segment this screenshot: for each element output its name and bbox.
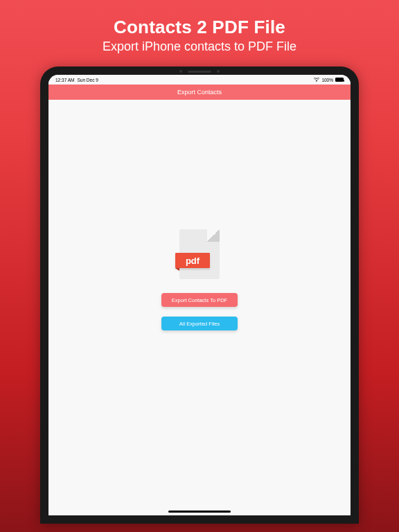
nav-title: Export Contacts [177,89,222,96]
status-date: Sun Dec 9 [77,78,98,82]
marketing-header: Contacts 2 PDF File Export iPhone contac… [103,0,296,66]
wifi-icon [314,78,319,82]
battery-icon [335,78,344,82]
marketing-title: Contacts 2 PDF File [103,17,296,38]
marketing-subtitle: Export iPhone contacts to PDF File [103,39,296,54]
all-exported-files-button[interactable]: All Exported Files [161,317,238,330]
battery-percent: 100% [321,78,333,82]
device-frame: 12:37 AM Sun Dec 9 100% Export Contacts … [40,66,359,524]
nav-bar: Export Contacts [48,85,351,100]
device-screen: 12:37 AM Sun Dec 9 100% Export Contacts … [48,75,351,515]
pdf-badge: pdf [175,253,210,268]
svg-point-0 [317,80,317,81]
pdf-file-icon: pdf [179,229,220,279]
content-area: pdf Export Contacts To PDF All Exported … [48,100,351,515]
device-notch [158,69,241,73]
export-contacts-button[interactable]: Export Contacts To PDF [161,293,238,307]
status-time: 12:37 AM [55,78,74,82]
status-bar: 12:37 AM Sun Dec 9 100% [48,75,351,85]
home-indicator [168,511,231,513]
